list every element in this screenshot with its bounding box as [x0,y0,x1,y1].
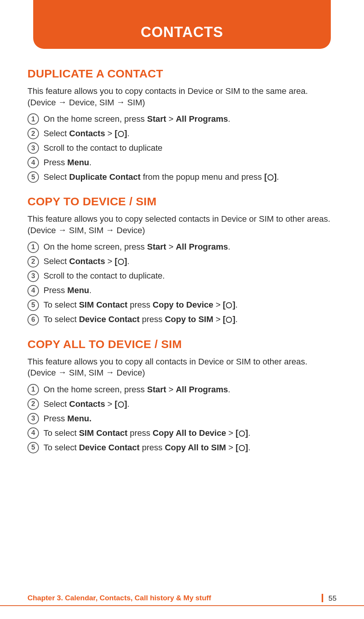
ok-key-icon [226,317,232,323]
bold-text: [ [223,314,225,324]
bold-text: Start [147,114,166,124]
section: COPY TO DEVICE / SIMThis feature allows … [27,195,337,325]
arrow-icon: → [58,367,67,378]
ok-key-icon [118,131,124,137]
bold-text: [ [236,443,238,452]
footer: Chapter 3. Calendar, Contacts, Call hist… [0,594,364,602]
footer-page-number: 55 [322,594,337,602]
step: 4Press Menu. [27,285,337,297]
step-list: 1On the home screen, press Start > All P… [27,384,337,453]
arrow-icon: → [106,367,114,378]
footer-rule [0,605,364,606]
section-heading: COPY TO DEVICE / SIM [27,195,337,208]
step-number-icon: 4 [27,427,39,439]
step-number-icon: 6 [27,314,39,326]
section-heading: DUPLICATE A CONTACT [27,67,337,80]
bold-text: Duplicate Contact [69,172,140,182]
bold-text: ] [232,314,235,324]
ok-key-icon [267,174,274,181]
bold-text: Menu [67,285,89,295]
step-number-icon: 2 [27,256,39,268]
ok-key-icon [118,259,124,265]
bold-text: [ [264,172,267,182]
step-number-icon: 1 [27,242,39,253]
section-heading: COPY ALL TO DEVICE / SIM [27,338,337,351]
arrow-icon: → [106,224,114,236]
step-number-icon: 3 [27,142,39,154]
ok-key-icon [226,302,232,308]
ok-key-icon [239,430,245,437]
content: DUPLICATE A CONTACTThis feature allows y… [27,49,337,453]
bold-text: ] [245,428,248,438]
bold-text: Device Contact [79,443,140,452]
step-number-icon: 2 [27,128,39,139]
bold-text: [ [114,129,117,138]
bold-text: Copy to Device [153,300,213,310]
bold-text: ] [245,443,248,452]
bold-text: Start [147,385,166,394]
step-number-icon: 3 [27,413,39,424]
step: 6To select Device Contact press Copy to … [27,314,337,326]
step-text: Press Menu. [43,285,337,296]
step-number-icon: 5 [27,442,39,453]
bold-text: Start [147,242,166,251]
arrow-icon: → [117,97,125,108]
step-text: Select Contacts > []. [43,128,337,139]
step-number-icon: 4 [27,157,39,168]
step-text: To select Device Contact press Copy to S… [43,314,337,325]
bold-text: ] [124,256,127,266]
step: 5To select Device Contact press Copy All… [27,442,337,453]
step: 5To select SIM Contact press Copy to Dev… [27,300,337,311]
step-text: To select SIM Contact press Copy All to … [43,428,337,439]
step: 3Scroll to the contact to duplicate [27,142,337,154]
step-list: 1On the home screen, press Start > All P… [27,242,337,326]
step: 3Scroll to the contact to duplicate. [27,271,337,282]
step-number-icon: 5 [27,300,39,311]
bold-text: Device Contact [79,314,140,324]
step-list: 1On the home screen, press Start > All P… [27,113,337,183]
step: 2Select Contacts > []. [27,128,337,139]
bold-text: Contacts [69,256,105,266]
section: DUPLICATE A CONTACTThis feature allows y… [27,67,337,183]
step-text: Select Contacts > []. [43,256,337,267]
step: 2Select Contacts > []. [27,398,337,410]
step: 3Press Menu. [27,413,337,424]
header-tab: CONTACTS [33,0,331,49]
section: COPY ALL TO DEVICE / SIMThis feature all… [27,338,337,453]
step-text: On the home screen, press Start > All Pr… [43,242,337,253]
bold-text: [ [236,428,238,438]
step-number-icon: 1 [27,384,39,395]
bold-text: SIM Contact [79,300,127,310]
bold-text: ] [124,129,127,138]
arrow-icon: → [58,97,67,108]
step: 5Select Duplicate Contact from the popup… [27,171,337,183]
bold-text: SIM Contact [79,428,127,438]
bold-text: Contacts [69,129,105,138]
bold-text: All Programs [176,385,228,394]
step-text: On the home screen, press Start > All Pr… [43,384,337,395]
page-title: CONTACTS [141,24,223,40]
ok-key-icon [239,445,245,451]
step-text: Select Contacts > []. [43,399,337,410]
bold-text: Copy All to SIM [165,443,226,452]
bold-text: [ [223,300,225,310]
step-text: Scroll to the contact to duplicate [43,143,337,154]
bold-text: Menu [67,158,89,167]
step-text: Select Duplicate Contact from the popup … [43,172,337,183]
footer-chapter: Chapter 3. Calendar, Contacts, Call hist… [27,594,211,602]
step: 1On the home screen, press Start > All P… [27,384,337,395]
step: 1On the home screen, press Start > All P… [27,113,337,125]
bold-text: All Programs [176,242,228,251]
section-intro: This feature allows you to copy all cont… [27,356,337,379]
ok-key-icon [118,401,124,408]
step: 1On the home screen, press Start > All P… [27,242,337,253]
step: 4Press Menu. [27,157,337,168]
step-number-icon: 5 [27,171,39,183]
step-number-icon: 4 [27,285,39,297]
step-text: To select SIM Contact press Copy to Devi… [43,300,337,311]
bold-text: ] [274,172,277,182]
step-number-icon: 3 [27,271,39,282]
section-intro: This feature allows you to copy selected… [27,213,337,236]
bold-text: Copy to SIM [165,314,213,324]
step-text: On the home screen, press Start > All Pr… [43,114,337,125]
